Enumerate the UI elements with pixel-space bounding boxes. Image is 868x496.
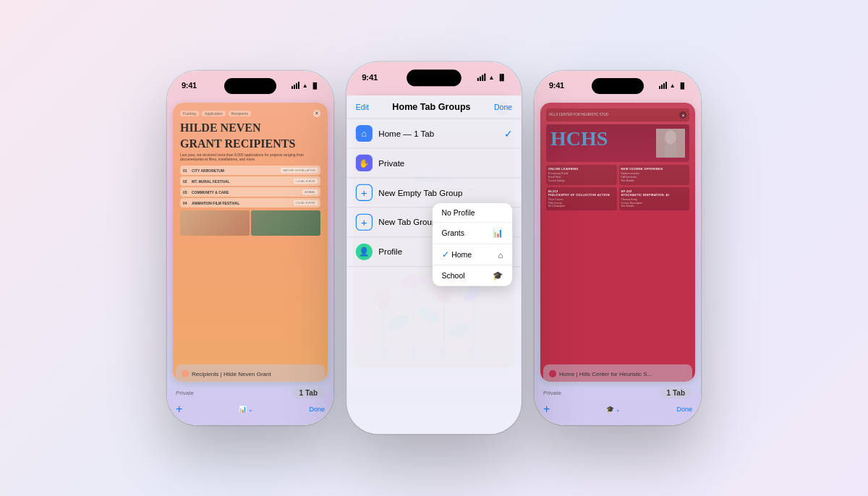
private-icon: ✋ xyxy=(359,158,370,168)
tab-groups-header: Edit Home Tab Groups Done xyxy=(346,95,522,119)
hchs-section-new-courses: NEW COURSE OFFERINGS Explore coursesFall… xyxy=(619,165,690,185)
hilde-close-btn[interactable]: ✕ xyxy=(313,110,320,117)
phone1-icon-btn[interactable]: 📊 ⌄ xyxy=(239,406,253,413)
new-tab-icon: + xyxy=(361,216,367,228)
status-time-2: 9:41 xyxy=(362,72,378,82)
phone3-private-tab[interactable]: Private xyxy=(543,390,561,396)
battery-icon-3: ▐▌ xyxy=(678,82,686,89)
dropdown-text-no-profile: No Profile xyxy=(442,208,475,217)
phone3-toolbar: Private 1 Tab + 🎓 ⌄ Done xyxy=(535,383,701,425)
dropdown-item-school[interactable]: School 🎓 xyxy=(433,265,512,286)
hilde-photo-1 xyxy=(180,210,250,236)
phone3-graduation-icon: 🎓 xyxy=(606,406,614,413)
phone1-toolbar-row2: + 📊 ⌄ Done xyxy=(176,403,325,416)
tab-group-icon-new-empty: + xyxy=(356,184,373,201)
status-icons-2: ▲ ▐▌ xyxy=(477,74,506,82)
hilde-list-item-1: 01 CITY ARBORETUM NATURE INSTALLATION xyxy=(180,166,320,175)
dropdown-text-grants: Grants xyxy=(442,229,465,238)
tab-group-name-private: Private xyxy=(378,158,512,168)
hilde-page: Funding Application Recipients ✕ HILDE N… xyxy=(173,103,328,382)
hilde-item-text-2: MT. MURAL FESTIVAL xyxy=(192,179,294,184)
hilde-item-num-1: 01 xyxy=(183,168,192,173)
status-icons-3: ▲ ▐▌ xyxy=(659,82,686,89)
dropdown-item-no-profile[interactable]: No Profile xyxy=(433,203,512,223)
battery-icon-2: ▐▌ xyxy=(498,74,506,80)
phone3-address-text: Home | Hills Center for Heuristic S... xyxy=(559,371,686,377)
hchs-section-title-new: NEW COURSE OFFERINGS xyxy=(621,167,688,171)
hilde-item-num-3: 03 xyxy=(183,190,192,194)
dropdown-text-school: School xyxy=(442,272,465,281)
school-icon: 🎓 xyxy=(493,271,503,281)
hilde-tab-recipients: Recipients xyxy=(229,111,251,116)
phone2-screen: 9:41 ▲ ▐▌ ✕ xyxy=(346,62,522,435)
hchs-logo-letters: HCHS xyxy=(550,129,653,149)
dynamic-island-1 xyxy=(224,78,276,94)
hilde-list-item-3: 03 COMMUNITY & CARE ANIMAL xyxy=(180,187,320,197)
hilde-list-item-4: 04 ANIMATION FILM FESTIVAL LOCAL EVENT xyxy=(180,198,320,208)
phone1-private-label: Private xyxy=(176,390,194,396)
phone1-tab-count[interactable]: 1 Tab xyxy=(292,388,325,398)
phone3-toolbar-row1: Private 1 Tab xyxy=(543,388,692,398)
hilde-item-text-3: COMMUNITY & CARE xyxy=(192,190,302,194)
phone3-favicon xyxy=(549,370,556,377)
tab-groups-title: Home Tab Groups xyxy=(392,101,470,112)
wifi-icon-1: ▲ xyxy=(302,82,308,89)
wifi-icon-2: ▲ xyxy=(488,74,494,80)
hilde-photo-2 xyxy=(251,210,320,236)
dropdown-item-grants[interactable]: Grants 📊 xyxy=(433,223,512,244)
hchs-close-icon: ✕ xyxy=(681,113,685,118)
hilde-item-badge-4: LOCAL EVENT xyxy=(294,200,318,205)
hchs-page: HILLS CENTER FOR HEURISTIC STUD ✕ HCHS xyxy=(540,103,695,382)
signal-icon-3 xyxy=(659,82,667,89)
tab-groups-edit-btn[interactable]: Edit xyxy=(356,103,369,111)
phone3-toolbar-row2: + 🎓 ⌄ Done xyxy=(543,403,692,416)
dropdown-text-home: Home xyxy=(448,250,498,259)
hilde-item-badge-2: LOCAL EVENT xyxy=(294,179,318,184)
phone3-tab-count[interactable]: 1 Tab xyxy=(660,388,692,398)
svg-point-18 xyxy=(665,130,676,145)
hchs-section-sp222: SP-222Stochastic Inspiration: AI Thomas … xyxy=(619,187,690,211)
hchs-section-bl212: BL212Philosophy of Collective Action Chr… xyxy=(546,187,617,211)
hilde-item-num-2: 02 xyxy=(183,179,192,184)
hilde-tab-application: Application xyxy=(202,111,225,116)
tab-groups-done-btn[interactable]: Done xyxy=(494,103,512,111)
hchs-section-text-online: E-Learning PortalEnroll NowCourse listin… xyxy=(548,172,615,183)
hilde-title: HILDE NEVEN xyxy=(180,121,320,134)
phone1-toolbar: Private 1 Tab + 📊 ⌄ Done xyxy=(167,383,333,425)
grants-bar-icon: 📊 xyxy=(493,228,503,239)
hchs-close[interactable]: ✕ xyxy=(679,111,686,119)
tab-group-item-home[interactable]: ⌂ Home — 1 Tab ✓ xyxy=(346,119,522,149)
phone1-add-btn[interactable]: + xyxy=(176,403,182,416)
tab-group-name-home: Home — 1 Tab xyxy=(378,129,503,138)
tab-group-icon-home: ⌂ xyxy=(356,125,373,142)
tab-group-icon-private: ✋ xyxy=(356,155,373,171)
phone3-icon-btn[interactable]: 🎓 ⌄ xyxy=(606,406,621,413)
hchs-logo-area: HCHS xyxy=(546,124,689,162)
phone1-address-bar[interactable]: Recipients | Hilde Neven Grant xyxy=(176,364,325,383)
phone3-done-btn[interactable]: Done xyxy=(676,406,692,413)
phone1-private-tab[interactable]: Private xyxy=(176,390,194,396)
hilde-subtitle: Last year, we received more than 9,000 a… xyxy=(180,153,320,161)
status-icons-1: ▲ ▐▌ xyxy=(292,82,319,89)
dropdown-item-home[interactable]: ✓ Home ⌂ xyxy=(433,244,512,265)
phone3-screen: 9:41 ▲ ▐▌ xyxy=(535,71,701,425)
wifi-icon-3: ▲ xyxy=(670,82,676,89)
hchs-section-online: ONLINE LEARNING E-Learning PortalEnroll … xyxy=(546,165,617,185)
new-empty-icon: + xyxy=(361,187,367,199)
phone1-screen: 9:41 ▲ ▐▌ Funding xyxy=(167,71,333,425)
phone3-address-bar[interactable]: Home | Hills Center for Heuristic S... xyxy=(543,364,692,383)
phone3-chevron: ⌄ xyxy=(616,406,621,413)
hchs-section-text-bl212: Chris CourseFifth CourseSir Christopher xyxy=(548,198,615,209)
hchs-section-text-new: Explore coursesFall SemesterSee Details xyxy=(621,172,688,183)
hilde-nav-tabs: Funding Application Recipients xyxy=(180,111,251,116)
svg-rect-19 xyxy=(665,145,676,158)
home-icon: ⌂ xyxy=(362,128,367,139)
profile-dropdown: No Profile Grants 📊 ✓ Home ⌂ School 🎓 xyxy=(433,203,512,286)
statue-svg xyxy=(656,129,685,158)
home-dropdown-check: ✓ xyxy=(442,249,448,260)
tab-group-item-private[interactable]: ✋ Private xyxy=(346,148,522,178)
hilde-item-text-1: CITY ARBORETUM xyxy=(192,168,281,173)
phone1-done-btn[interactable]: Done xyxy=(309,406,325,413)
phone3-add-btn[interactable]: + xyxy=(543,403,550,416)
phone1-favicon xyxy=(182,370,189,377)
